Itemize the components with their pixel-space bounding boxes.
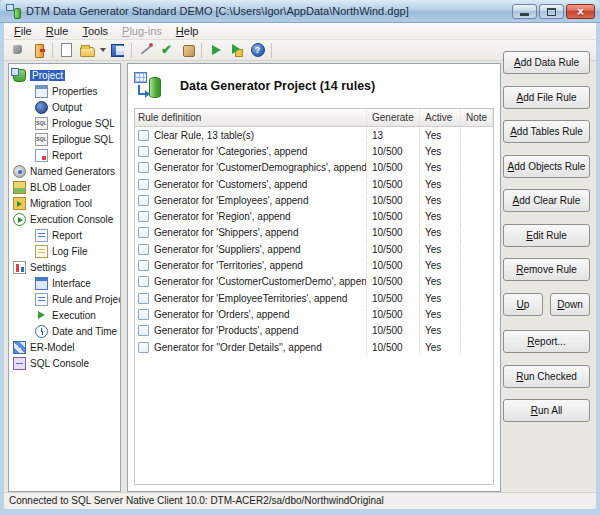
sidebar-item-execution[interactable]: Execution — [9, 307, 120, 323]
sidebar-item-console-report[interactable]: Report — [9, 227, 120, 243]
add-file-rule-button[interactable]: Add File Rule — [503, 86, 590, 109]
run-checked-icon — [229, 42, 245, 58]
rule-checkbox[interactable] — [138, 146, 149, 157]
add-objects-rule-button[interactable]: Add Objects Rule — [503, 155, 590, 178]
sidebar-item-output[interactable]: Output — [9, 99, 120, 115]
remove-rule-button[interactable]: Remove Rule — [503, 258, 590, 281]
connection-status: Connected to SQL Server Native Client 10… — [9, 495, 384, 506]
menu-rule[interactable]: Rule — [39, 24, 76, 38]
edit-rule-button[interactable]: Edit Rule — [503, 224, 590, 247]
rule-checkbox[interactable] — [138, 162, 149, 173]
table-row[interactable]: Generator for 'Shippers', append 10/500 … — [135, 225, 493, 241]
rule-checkbox[interactable] — [138, 195, 149, 206]
note-value — [461, 306, 493, 322]
table-row[interactable]: Generator for 'Suppliers', append 10/500… — [135, 241, 493, 257]
open-project-button[interactable] — [77, 41, 98, 60]
table-row[interactable]: Generator for 'Territories', append 10/5… — [135, 257, 493, 273]
sidebar-item-rule-and-project[interactable]: Rule and Project — [9, 291, 120, 307]
clock-icon — [35, 325, 48, 338]
report-page-icon — [35, 229, 48, 242]
rule-checkbox[interactable] — [138, 179, 149, 190]
wizard-button[interactable] — [135, 41, 156, 60]
maximize-icon — [547, 8, 556, 16]
rule-checkbox[interactable] — [138, 309, 149, 320]
rule-checkbox[interactable] — [138, 293, 149, 304]
sidebar-item-execution-console[interactable]: Execution Console — [9, 211, 120, 227]
table-row[interactable]: Generator for 'EmployeeTerritories', app… — [135, 290, 493, 306]
sidebar-item-date-and-time[interactable]: Date and Time — [9, 323, 120, 339]
sidebar-item-migration-tool[interactable]: Migration Tool — [9, 195, 120, 211]
rule-label: Generator for 'Categories', append — [154, 146, 307, 157]
tools-button[interactable] — [177, 41, 198, 60]
sidebar-item-log-file[interactable]: Log File — [9, 243, 120, 259]
sidebar-item-named-generators[interactable]: Named Generators — [9, 163, 120, 179]
table-row[interactable]: Generator for 'Orders', append 10/500 Ye… — [135, 306, 493, 322]
rule-checkbox[interactable] — [138, 130, 149, 141]
table-row[interactable]: Generator for 'CustomerDemographics', ap… — [135, 160, 493, 176]
sidebar-item-project[interactable]: Project — [9, 67, 120, 83]
save-project-button[interactable] — [107, 41, 128, 60]
rule-checkbox[interactable] — [138, 276, 149, 287]
sidebar-item-properties[interactable]: Properties — [9, 83, 120, 99]
rule-checkbox[interactable] — [138, 342, 149, 353]
table-row[interactable]: Clear Rule, 13 table(s) 13 Yes — [135, 127, 493, 143]
sidebar-item-settings[interactable]: Settings — [9, 259, 120, 275]
run-all-toolbar-button[interactable] — [205, 41, 226, 60]
sidebar-item-report[interactable]: Report — [9, 147, 120, 163]
verify-button[interactable] — [156, 41, 177, 60]
minimize-button[interactable] — [512, 4, 537, 19]
rule-checkbox[interactable] — [138, 211, 149, 222]
maximize-button[interactable] — [539, 4, 564, 19]
close-button[interactable]: × — [566, 4, 595, 19]
run-checked-button[interactable]: Run Checked — [503, 365, 590, 388]
wizard-icon — [138, 42, 154, 58]
rule-label: Generator for 'Suppliers', append — [154, 244, 301, 255]
new-project-button[interactable] — [56, 41, 77, 60]
rule-checkbox[interactable] — [138, 325, 149, 336]
generate-value: 10/500 — [367, 225, 420, 241]
rule-checkbox[interactable] — [138, 227, 149, 238]
sidebar-item-blob-loader[interactable]: BLOB Loader — [9, 179, 120, 195]
column-note[interactable]: Note — [461, 109, 493, 126]
add-tables-rule-button[interactable]: Add Tables Rule — [503, 120, 590, 143]
table-row[interactable]: Generator for 'Customers', append 10/500… — [135, 176, 493, 192]
menu-file[interactable]: File — [7, 24, 39, 38]
note-value — [461, 208, 493, 224]
add-clear-rule-button[interactable]: Add Clear Rule — [503, 189, 590, 212]
rule-checkbox[interactable] — [138, 260, 149, 271]
sidebar-item-er-model[interactable]: ER-Model — [9, 339, 120, 355]
table-row[interactable]: Generator for ''Order Details'', append … — [135, 339, 493, 355]
up-button[interactable]: Up — [503, 293, 543, 316]
disconnect-icon — [31, 42, 47, 58]
report-button[interactable]: Report... — [503, 330, 590, 353]
help-button[interactable] — [247, 41, 268, 60]
run-checked-toolbar-button[interactable] — [226, 41, 247, 60]
generate-value: 10/500 — [367, 257, 420, 273]
generate-value: 10/500 — [367, 274, 420, 290]
table-row[interactable]: Generator for 'Categories', append 10/50… — [135, 143, 493, 159]
sidebar-item-interface[interactable]: Interface — [9, 275, 120, 291]
sidebar-item-epilogue-sql[interactable]: Epilogue SQL — [9, 131, 120, 147]
sidebar-item-prologue-sql[interactable]: Prologue SQL — [9, 115, 120, 131]
title-bar[interactable]: DTM Data Generator Standard DEMO [C:\Use… — [0, 0, 600, 23]
connect-button[interactable] — [7, 41, 28, 60]
add-data-rule-button[interactable]: Add Data Rule — [503, 51, 590, 74]
sidebar-item-sql-console[interactable]: SQL Console — [9, 355, 120, 371]
table-row[interactable]: Generator for 'Products', append 10/500 … — [135, 323, 493, 339]
note-value — [461, 274, 493, 290]
menu-help[interactable]: Help — [169, 24, 206, 38]
table-row[interactable]: Generator for 'CustomerCustomerDemo', ap… — [135, 274, 493, 290]
column-active[interactable]: Active — [420, 109, 461, 126]
run-all-button[interactable]: Run All — [503, 399, 590, 422]
table-row[interactable]: Generator for 'Employees', append 10/500… — [135, 192, 493, 208]
disconnect-button[interactable] — [28, 41, 49, 60]
note-value — [461, 323, 493, 339]
open-dropdown-arrow[interactable] — [98, 41, 107, 60]
table-row[interactable]: Generator for 'Region', append 10/500 Ye… — [135, 208, 493, 224]
column-generate[interactable]: Generate — [367, 109, 420, 126]
rule-checkbox[interactable] — [138, 244, 149, 255]
main-header: Data Generator Project (14 rules) — [134, 70, 494, 102]
down-button[interactable]: Down — [550, 293, 590, 316]
column-rule-definition[interactable]: Rule definition — [135, 109, 367, 126]
menu-tools[interactable]: Tools — [75, 24, 115, 38]
